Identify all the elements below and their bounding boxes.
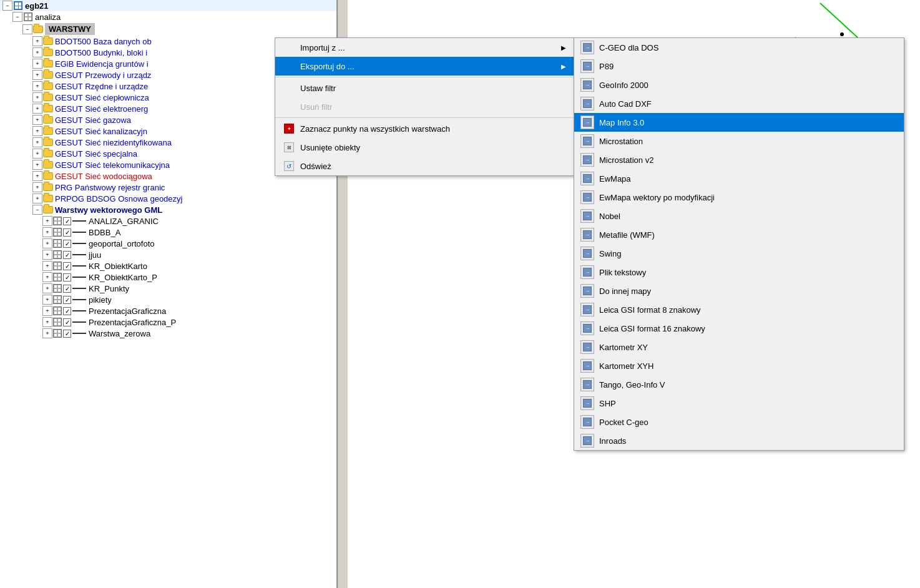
expand-geoportal_ortofoto[interactable]: + [42,238,52,248]
expand-gesut-niezident[interactable]: + [32,137,42,147]
tree-item-prg[interactable]: + PRG Państwowy rejestr granic [0,182,336,193]
tree-item-egb21[interactable]: − egb21 [0,0,336,11]
expand-pikiety[interactable]: + [42,295,52,305]
expand-egib[interactable]: + [32,59,42,69]
checkbox-pikiety[interactable]: ✓ [63,296,71,304]
submenu-item-microstation[interactable]: → Microstation [574,132,904,150]
gesut-specjalna-label: GESUT Sieć specjalna [55,149,137,159]
submenu-item-nobel[interactable]: → Nobel [574,207,904,225]
expand-egb21[interactable]: − [2,1,12,11]
expand-warstwy[interactable]: − [22,24,32,34]
expand-gesut-cieplownicza[interactable]: + [32,92,42,102]
tree-item-analiza[interactable]: − analiza [0,11,336,22]
checkbox-geoportal_ortofoto[interactable]: ✓ [63,240,71,248]
checkbox-analiza_granic[interactable]: ✓ [63,217,71,225]
submenu-item-geoinfo[interactable]: → GeoInfo 2000 [574,76,904,94]
expand-kr_obiektkarto_p[interactable]: + [42,272,52,282]
submenu-item-shp[interactable]: → SHP [574,394,904,413]
submenu-item-metafile[interactable]: → Metafile (WMF) [574,225,904,244]
submenu-item-autocad[interactable]: → Auto Cad DXF [574,94,904,113]
menu-item-usuniete[interactable]: ⊠ Usunięte obiekty [275,138,574,157]
submenu-item-swing[interactable]: → Swing [574,244,904,263]
gesut-elektroenerg-label: GESUT Sieć elektroenerg [55,104,148,114]
tree-item-layer-analiza_granic[interactable]: + ✓ ANALIZA_GRANIC [0,215,336,227]
checkbox-prezentacjagraficzna[interactable]: ✓ [63,307,71,315]
checkbox-jjuu[interactable]: ✓ [63,251,71,259]
submenu-item-p89[interactable]: → P89 [574,57,904,76]
expand-gesut-telekomunikacyjna[interactable]: + [32,160,42,170]
checkbox-warstwa_zerowa[interactable]: ✓ [63,330,71,338]
submenu-item-kartometr-xy[interactable]: → Kartometr XY [574,338,904,356]
expand-gesut-przewody[interactable]: + [32,70,42,80]
tree-item-layer-prezentacjagraficzna_p[interactable]: + ✓ PrezentacjaGraficzna_P [0,316,336,328]
submenu-icon-cgeo-dos: → [580,41,594,54]
expand-gesut-wodociagowa[interactable]: + [32,171,42,181]
tree-item-warstwy[interactable]: − WARSTWY [0,22,336,36]
tree-item-layer-prezentacjagraficzna[interactable]: + ✓ PrezentacjaGraficzna [0,305,336,316]
menu-item-odswiez[interactable]: ↺ Odśwież [275,157,574,175]
folder-icon-2 [43,47,53,57]
expand-bdot500-budynki[interactable]: + [32,47,42,57]
tree-item-layer-bdbb_a[interactable]: + ✓ BDBB_A [0,227,336,238]
tree-item-layer-kr_punkty[interactable]: + ✓ KR_Punkty [0,283,336,294]
checkbox-kr_obiektkarto[interactable]: ✓ [63,262,71,270]
expand-bdot500-baza[interactable]: + [32,36,42,46]
checkbox-kr_punkty[interactable]: ✓ [63,285,71,293]
gesut-wodociagowa-label: GESUT Sieć wodociągowa [55,172,152,181]
submenu-label-geoinfo: GeoInfo 2000 [599,81,648,90]
submenu-item-kartometr-xyh[interactable]: → Kartometr XYH [574,356,904,375]
tree-item-layer-kr_obiektkarto[interactable]: + ✓ KR_ObiektKarto [0,260,336,272]
submenu-item-leica-8[interactable]: → Leica GSI format 8 znakowy [574,300,904,319]
menu-item-usun-filtr[interactable]: Usuń filtr [275,97,574,116]
expand-gesut-kanalizacyjn[interactable]: + [32,126,42,136]
tree-item-layer-geoportal_ortofoto[interactable]: + ✓ geoportal_ortofoto [0,238,336,249]
submenu-icon-ewmapa-wektory: → [580,190,594,204]
tree-item-layer-jjuu[interactable]: + ✓ jjuu [0,249,336,260]
checkbox-prezentacjagraficzna_p[interactable]: ✓ [63,318,71,326]
expand-gesut-rzedne[interactable]: + [32,81,42,91]
submenu-icon-shp: → [580,396,594,410]
expand-warstwy-wektorowego[interactable]: − [32,205,42,215]
expand-bdbb_a[interactable]: + [42,227,52,237]
expand-kr_obiektkarto[interactable]: + [42,261,52,271]
expand-prpog[interactable]: + [32,194,42,203]
submenu-item-ewmapa-wektory[interactable]: → EwMapa wektory po modyfikacji [574,188,904,207]
submenu-item-do-innej-mapy[interactable]: → Do innej mapy [574,282,904,300]
submenu-item-plik-tekstowy[interactable]: → Plik tekstowy [574,263,904,282]
menu-item-ustaw-filtr[interactable]: Ustaw filtr [275,79,574,97]
submenu-item-leica-16[interactable]: → Leica GSI format 16 znakowy [574,319,904,338]
submenu-item-ewmapa[interactable]: → EwMapa [574,169,904,188]
menu-item-zaznacz[interactable]: ✦ Zaznacz punkty na wszystkich warstwach [275,119,574,138]
expand-gesut-elektroenerg[interactable]: + [32,104,42,114]
expand-prezentacjagraficzna_p[interactable]: + [42,317,52,327]
folder-icon-16 [43,205,53,215]
tree-item-warstwy-wektorowego[interactable]: − Warstwy wektorowego GML [0,204,336,215]
submenu-item-pocket-cgeo[interactable]: → Pocket C-geo [574,413,904,431]
expand-gesut-specjalna[interactable]: + [32,149,42,159]
tree-item-layer-kr_obiektkarto_p[interactable]: + ✓ KR_ObiektKarto_P [0,272,336,283]
tree-item-prpog[interactable]: + PRPOG BDSOG Osnowa geodezyj [0,193,336,204]
submenu-item-tango[interactable]: → Tango, Geo-Info V [574,375,904,394]
tree-item-layer-warstwa_zerowa[interactable]: + ✓ Warstwa_zerowa [0,328,336,339]
expand-jjuu[interactable]: + [42,250,52,260]
checkbox-kr_obiektkarto_p[interactable]: ✓ [63,273,71,282]
expand-prg[interactable]: + [32,182,42,192]
submenu-item-microstation-v2[interactable]: → Microstation v2 [574,150,904,169]
submenu-item-mapinfo[interactable]: → Map Info 3.0 [574,113,904,132]
layer-label-kr_obiektkarto: KR_ObiektKarto [89,262,147,271]
folder-icon-8 [43,115,53,125]
tree-item-layer-pikiety[interactable]: + ✓ pikiety [0,294,336,305]
prpog-label: PRPOG BDSOG Osnowa geodezyj [55,194,182,203]
expand-gesut-gazowa[interactable]: + [32,115,42,125]
expand-prezentacjagraficzna[interactable]: + [42,306,52,316]
submenu-item-cgeo-dos[interactable]: → C-GEO dla DOS [574,38,904,57]
expand-warstwa_zerowa[interactable]: + [42,328,52,338]
checkbox-bdbb_a[interactable]: ✓ [63,228,71,237]
submenu-item-inroads[interactable]: → Inroads [574,431,904,450]
expand-kr_punkty[interactable]: + [42,283,52,293]
expand-analiza_granic[interactable]: + [42,216,52,226]
menu-item-eksportuj[interactable]: Eksportuj do ... ▶ [275,57,574,76]
layer-label-warstwa_zerowa: Warstwa_zerowa [89,329,150,338]
expand-analiza[interactable]: − [12,12,22,22]
menu-item-importuj[interactable]: Importuj z ... ▶ [275,38,574,57]
